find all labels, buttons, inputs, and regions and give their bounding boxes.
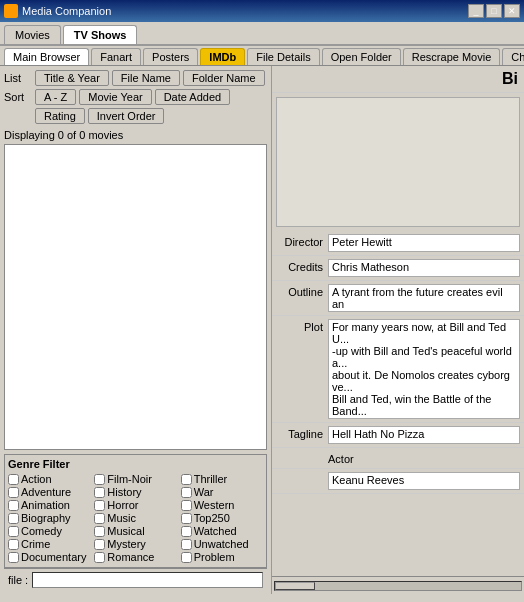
director-value: Peter Hewitt	[328, 234, 520, 252]
lbl-thriller: Thriller	[194, 473, 228, 485]
file-row: file :	[4, 568, 267, 590]
tab-rescrape-movie[interactable]: Rescrape Movie	[403, 48, 500, 65]
chk-romance[interactable]	[94, 552, 105, 563]
tagline-section: Tagline Hell Hath No Pizza	[272, 423, 524, 448]
lbl-musical: Musical	[107, 525, 144, 537]
outline-value: A tyrant from the future creates evil an	[328, 284, 520, 312]
outline-label: Outline	[276, 284, 328, 298]
lbl-romance: Romance	[107, 551, 154, 563]
credits-label: Credits	[276, 259, 328, 273]
genre-col-2: Film-Noir History Horror Music Musical M…	[94, 473, 176, 564]
lbl-action: Action	[21, 473, 52, 485]
lbl-documentary: Documentary	[21, 551, 86, 563]
chk-top250[interactable]	[181, 513, 192, 524]
poster-area	[276, 97, 520, 227]
file-input[interactable]	[32, 572, 263, 588]
chk-adventure[interactable]	[8, 487, 19, 498]
chk-watched[interactable]	[181, 526, 192, 537]
actor-section: Keanu Reeves	[272, 469, 524, 494]
chk-comedy[interactable]	[8, 526, 19, 537]
btn-a-z[interactable]: A - Z	[35, 89, 76, 105]
lbl-mystery: Mystery	[107, 538, 146, 550]
tab-fanart[interactable]: Fanart	[91, 48, 141, 65]
secondary-tab-bar: Main Browser Fanart Posters IMDb File De…	[0, 46, 524, 66]
lbl-adventure: Adventure	[21, 486, 71, 498]
actor-label-section: Actor	[272, 448, 524, 469]
movie-list[interactable]	[4, 144, 267, 450]
btn-rating[interactable]: Rating	[35, 108, 85, 124]
movie-info-area: Director Peter Hewitt Credits Chris Math…	[272, 93, 524, 576]
scroll-thumb[interactable]	[275, 582, 315, 590]
scroll-track[interactable]	[274, 581, 522, 591]
chk-action[interactable]	[8, 474, 19, 485]
lbl-problem: Problem	[194, 551, 235, 563]
tab-imdb[interactable]: IMDb	[200, 48, 245, 65]
lbl-war: War	[194, 486, 214, 498]
btn-folder-name[interactable]: Folder Name	[183, 70, 265, 86]
btn-invert-order[interactable]: Invert Order	[88, 108, 165, 124]
outline-section: Outline A tyrant from the future creates…	[272, 281, 524, 316]
lbl-history: History	[107, 486, 141, 498]
actor-value: Keanu Reeves	[328, 472, 520, 490]
tab-movies[interactable]: Movies	[4, 25, 61, 44]
chk-horror[interactable]	[94, 500, 105, 511]
tagline-label: Tagline	[276, 426, 328, 440]
chk-biography[interactable]	[8, 513, 19, 524]
displaying-count: Displaying 0 of 0 movies	[4, 129, 267, 141]
actor-header	[276, 451, 328, 453]
credits-section: Credits Chris Matheson	[272, 256, 524, 281]
close-button[interactable]: ✕	[504, 4, 520, 18]
sort-filter-row: Sort A - Z Movie Year Date Added	[4, 89, 267, 105]
lbl-unwatched: Unwatched	[194, 538, 249, 550]
maximize-button[interactable]: □	[486, 4, 502, 18]
chk-thriller[interactable]	[181, 474, 192, 485]
tab-open-folder[interactable]: Open Folder	[322, 48, 401, 65]
credits-value: Chris Matheson	[328, 259, 520, 277]
plot-section: Plot For many years now, at Bill and Ted…	[272, 316, 524, 423]
lbl-animation: Animation	[21, 499, 70, 511]
chk-mystery[interactable]	[94, 539, 105, 550]
list-filter-row: List Title & Year File Name Folder Name	[4, 70, 267, 86]
tab-file-details[interactable]: File Details	[247, 48, 319, 65]
chk-war[interactable]	[181, 487, 192, 498]
tab-change-n[interactable]: Change N	[502, 48, 524, 65]
chk-history[interactable]	[94, 487, 105, 498]
bottom-scrollbar[interactable]	[272, 576, 524, 594]
actor-label	[276, 472, 328, 474]
genre-col-1: Action Adventure Animation Biography Com…	[8, 473, 90, 564]
btn-file-name[interactable]: File Name	[112, 70, 180, 86]
chk-film-noir[interactable]	[94, 474, 105, 485]
tab-main-browser[interactable]: Main Browser	[4, 48, 89, 65]
file-label: file :	[8, 574, 28, 586]
left-panel: List Title & Year File Name Folder Name …	[0, 66, 272, 594]
actor-header-text: Actor	[328, 451, 520, 465]
lbl-horror: Horror	[107, 499, 138, 511]
btn-title-year[interactable]: Title & Year	[35, 70, 109, 86]
btn-date-added[interactable]: Date Added	[155, 89, 231, 105]
tagline-value: Hell Hath No Pizza	[328, 426, 520, 444]
btn-movie-year[interactable]: Movie Year	[79, 89, 151, 105]
chk-western[interactable]	[181, 500, 192, 511]
minimize-button[interactable]: _	[468, 4, 484, 18]
director-section: Director Peter Hewitt	[272, 231, 524, 256]
app-icon	[4, 4, 18, 18]
director-label: Director	[276, 234, 328, 248]
chk-crime[interactable]	[8, 539, 19, 550]
list-label: List	[4, 72, 32, 84]
tab-tv-shows[interactable]: TV Shows	[63, 25, 138, 44]
chk-unwatched[interactable]	[181, 539, 192, 550]
chk-documentary[interactable]	[8, 552, 19, 563]
tab-posters[interactable]: Posters	[143, 48, 198, 65]
chk-problem[interactable]	[181, 552, 192, 563]
chk-animation[interactable]	[8, 500, 19, 511]
window-controls[interactable]: _ □ ✕	[468, 4, 520, 18]
genre-filter-title: Genre Filter	[8, 458, 263, 470]
right-panel: Bi Director Peter Hewitt Credits Chris M…	[272, 66, 524, 594]
lbl-biography: Biography	[21, 512, 71, 524]
chk-musical[interactable]	[94, 526, 105, 537]
genre-filter: Genre Filter Action Adventure Animation …	[4, 454, 267, 568]
lbl-comedy: Comedy	[21, 525, 62, 537]
main-tab-bar: Movies TV Shows	[0, 22, 524, 46]
movie-title: Bi	[272, 66, 524, 93]
chk-music[interactable]	[94, 513, 105, 524]
